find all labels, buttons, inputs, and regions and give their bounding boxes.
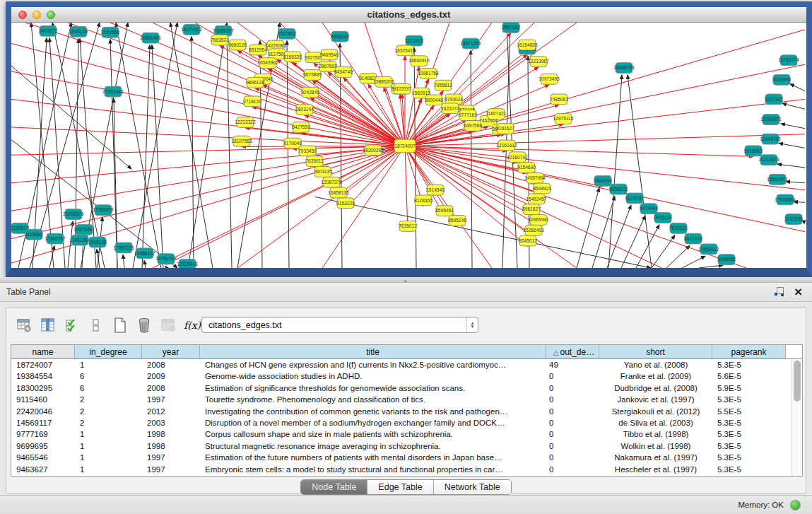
- tab-network-table[interactable]: Network Table: [433, 480, 511, 494]
- graph-node-label: 12213967: [528, 59, 549, 64]
- graph-node-label: 6179197: [625, 196, 644, 201]
- column-header-title[interactable]: title: [200, 345, 546, 358]
- table-cell: 1: [75, 428, 142, 440]
- table-cell: Nakamura et al. (1997): [599, 452, 712, 463]
- table-row[interactable]: 1938455462009Genome-wide association stu…: [11, 370, 792, 382]
- table-cell: 18724007: [11, 359, 75, 370]
- column-header-out_de[interactable]: △out_de…: [546, 345, 599, 358]
- table-row[interactable]: 1830029562008Estimation of significance …: [11, 382, 792, 394]
- table-row[interactable]: 946554611997Estimation of the future num…: [11, 452, 792, 463]
- table-cell: 2003: [142, 417, 200, 428]
- tab-edge-table[interactable]: Edge Table: [367, 480, 433, 494]
- table-row[interactable]: 1456911722003Disruption of a novel membe…: [11, 417, 792, 428]
- tab-node-table[interactable]: Node Table: [301, 480, 367, 494]
- column-header-pagerank[interactable]: pagerank: [712, 345, 786, 358]
- graph-node-label: 16543962: [257, 60, 278, 65]
- graph-node-label: 9245052: [717, 257, 736, 262]
- table-cell: Embryonic stem cells: a model to study s…: [200, 464, 546, 475]
- dropdown-stepper-icon[interactable]: ▲▼: [466, 317, 478, 332]
- modify-table-icon[interactable]: [16, 317, 32, 333]
- table-cell: Estimation of the future numbers of pati…: [200, 452, 546, 463]
- graph-node-label: 9245012: [519, 238, 537, 243]
- table-cell: 1: [75, 452, 142, 463]
- table-cell: 9115460: [11, 394, 75, 405]
- table-cell: de Silva et al. (2003): [599, 417, 712, 428]
- graph-node-label: 8958923: [609, 187, 628, 192]
- graph-node-label: 10973493: [539, 76, 560, 81]
- table-cell: 19384554: [11, 370, 75, 382]
- network-view-window: citations_edges.txt 24055721846150106355…: [6, 1, 812, 277]
- close-panel-icon[interactable]: ×: [794, 287, 802, 297]
- table-cell: Changes of HCN gene expression and I(f) …: [200, 359, 546, 370]
- table-row[interactable]: 946362711997Embryonic stem cells: a mode…: [11, 464, 792, 475]
- table-cell: 0: [546, 452, 599, 463]
- table-row[interactable]: 977716911998Corpus callosum shape and si…: [11, 428, 792, 440]
- graph-node-label: 15592971: [767, 177, 788, 182]
- unselect-all-rows-icon[interactable]: [88, 317, 104, 333]
- column-header-year[interactable]: year: [142, 345, 200, 358]
- memory-status-label: Memory: OK: [738, 501, 784, 509]
- graph-node-label: 8990448: [425, 98, 443, 103]
- table-row[interactable]: 969969511998Structural magnetic resonanc…: [11, 440, 792, 452]
- graph-node-label: 18640910: [408, 59, 430, 64]
- table-cell: 2008: [142, 382, 200, 394]
- graph-node-label: 8427552: [292, 124, 310, 129]
- table-row[interactable]: 2242004622012Investigating the contribut…: [11, 406, 792, 417]
- graph-node-label: 9322037: [393, 86, 411, 91]
- graph-node-label: 8595461: [435, 208, 454, 213]
- float-panel-icon[interactable]: [774, 287, 784, 297]
- graph-node-label: 14671355: [460, 41, 481, 46]
- graph-node-label: 14226083: [265, 43, 286, 48]
- table-tabs: Node Table Edge Table Network Table: [6, 479, 806, 495]
- show-columns-icon[interactable]: [40, 317, 56, 333]
- graph-node-label: 1071915: [405, 38, 423, 43]
- graph-node-label: 1440954: [594, 178, 612, 183]
- column-header-name[interactable]: name: [11, 345, 75, 358]
- table-cell: Dudbridge et al. (2008): [599, 382, 712, 394]
- scrollbar-thumb[interactable]: [794, 361, 801, 402]
- delete-table-icon[interactable]: [136, 317, 152, 333]
- window-titlebar[interactable]: citations_edges.txt: [11, 7, 806, 23]
- network-svg: 2405572184615010635592069140615279022106…: [11, 23, 806, 268]
- network-canvas[interactable]: 2405572184615010635592069140615279022106…: [11, 23, 806, 268]
- table-row[interactable]: 911546021997Tourette syndrome. Phenomeno…: [11, 394, 792, 405]
- panel-split-divider[interactable]: ▴: [0, 277, 812, 283]
- status-bar: Memory: OK: [0, 495, 812, 514]
- graph-node-label: 2935114: [654, 215, 672, 220]
- table-cell: Tibbo et al. (1998): [599, 428, 712, 440]
- graph-node-label: 6497568: [464, 123, 482, 128]
- column-header-in_degree[interactable]: in_degree: [75, 345, 142, 358]
- table-cell: 0: [546, 394, 599, 405]
- table-vertical-scrollbar[interactable]: [792, 359, 802, 476]
- graph-node-label: 15279022: [181, 27, 202, 32]
- table-cell: 0: [546, 406, 599, 417]
- table-cell: 1997: [142, 394, 200, 405]
- graph-node-label: 12093872: [760, 117, 782, 122]
- table-selector-dropdown[interactable]: citations_edges.txt ▲▼: [201, 317, 478, 333]
- table-cell: Jankovic et al. (1997): [599, 394, 712, 405]
- table-row[interactable]: 1872400712008Changes of HCN gene express…: [11, 359, 792, 370]
- graph-node-label: 2718126: [243, 99, 261, 104]
- memory-ok-indicator: [790, 500, 801, 510]
- table-cell: 0: [546, 428, 599, 440]
- create-new-table-icon[interactable]: [112, 317, 128, 333]
- graph-node-label: 12444158: [760, 136, 781, 141]
- function-builder-icon[interactable]: f(x): [184, 317, 200, 333]
- graph-node-label: 1115686: [25, 232, 43, 237]
- delete-columns-icon[interactable]: [160, 317, 176, 333]
- table-cell: Structural magnetic resonance image aver…: [200, 440, 546, 452]
- table-cell: 2: [75, 394, 142, 405]
- table-cell: 5.3E-5: [712, 452, 786, 463]
- graph-node-label: 5675885: [303, 72, 322, 77]
- table-cell: 49: [546, 359, 599, 370]
- graph-node-label: 2887682: [502, 25, 520, 30]
- graph-node-label: 21053346: [102, 89, 124, 94]
- select-all-rows-icon[interactable]: [64, 317, 80, 333]
- table-cell: 0: [546, 464, 599, 475]
- table-panel-header: Table Panel ×: [0, 283, 812, 302]
- column-header-short[interactable]: short: [599, 345, 712, 358]
- graph-node-label: 10975487: [73, 227, 95, 232]
- graph-node-label: 8471676: [684, 236, 702, 241]
- table-cell: Investigating the contribution of common…: [200, 406, 546, 417]
- table-cell: 6: [75, 382, 142, 394]
